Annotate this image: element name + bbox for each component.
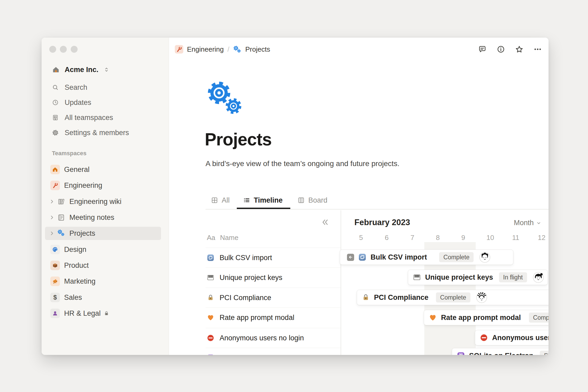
day-tick: 8 (430, 234, 446, 242)
main-content: Engineering / Projects Projects A bird’s… (169, 38, 549, 355)
gantt-bar-sqlite-on-electron[interactable]: SQLite on Electron Planned (452, 348, 549, 355)
gantt-bar-bulk-csv-import[interactable]: Bulk CSV import Complete (340, 250, 513, 265)
favorite-button[interactable] (514, 44, 524, 54)
piano-icon (413, 273, 421, 281)
tab-board[interactable]: Board (298, 195, 327, 206)
comments-button[interactable] (477, 44, 487, 54)
arrow-left-icon (348, 254, 354, 260)
sidebar-item-meeting-notes[interactable]: Meeting notes (45, 211, 161, 224)
app-window: Acme Inc. Search Updates All teamspaces … (42, 38, 549, 355)
breadcrumb-separator: / (228, 45, 229, 54)
workspace-switcher[interactable]: Acme Inc. (52, 64, 110, 75)
lock-icon (362, 293, 370, 301)
sidebar-item-engineering-wiki[interactable]: Engineering wiki (45, 195, 161, 208)
sidebar-item-all-teamspaces[interactable]: All teamspaces (52, 112, 113, 123)
ellipsis-icon (533, 45, 542, 54)
gantt-bar-unique-project-keys[interactable]: Unique project keys In flight (408, 270, 548, 285)
person-icon (50, 309, 60, 318)
chevron-right-icon[interactable] (49, 214, 55, 221)
gear-icon (52, 129, 59, 136)
sidebar-item-updates[interactable]: Updates (52, 97, 91, 108)
project-row-rate-app-prompt-modal[interactable]: Rate app prompt modal (206, 308, 341, 327)
table-view-icon (211, 197, 218, 204)
teamspace-label: Sales (64, 293, 82, 302)
timeline-view-icon (243, 197, 250, 204)
chevron-right-icon[interactable] (49, 198, 55, 205)
gantt-bar-pci-compliance[interactable]: PCI Compliance Complete (357, 290, 549, 305)
package-icon (50, 261, 60, 270)
project-row-anonymous-users[interactable]: Anonymous users no login (206, 328, 341, 348)
day-tick: 5 (353, 234, 369, 242)
project-row-unique-project-keys[interactable]: Unique project keys (206, 268, 341, 287)
gears-icon (233, 46, 242, 53)
info-icon (497, 45, 505, 54)
tab-timeline[interactable]: Timeline (243, 195, 283, 206)
sidebar-item-settings-members[interactable]: Settings & members (52, 127, 129, 138)
sidebar-item-engineering[interactable]: Engineering (45, 179, 161, 192)
workspace-name: Acme Inc. (65, 66, 99, 74)
gantt-bar-rate-app-prompt-modal[interactable]: Rate app prompt modal Complete (424, 310, 549, 325)
breadcrumb-projects[interactable]: Projects (245, 45, 270, 54)
name-column-border (341, 210, 341, 355)
teamspace-label: HR & Legal (64, 309, 109, 318)
timeline-zoom-dropdown[interactable]: Month (514, 219, 542, 227)
day-tick: 11 (508, 234, 524, 242)
page-description: A bird’s-eye view of the team’s ongoing … (206, 159, 399, 168)
sidebar-item-label: Search (65, 83, 87, 92)
sync-icon (207, 254, 214, 261)
day-tick: 6 (379, 234, 395, 242)
collapse-sidebar-icon[interactable] (320, 218, 329, 227)
name-column-header: Aa Name (207, 234, 238, 242)
palette-icon (50, 245, 60, 254)
comment-icon (478, 45, 487, 54)
traffic-light-zoom-button[interactable] (71, 46, 78, 53)
text-type-icon: Aa (207, 234, 215, 242)
teamspaces-section-label: Teamspaces (52, 150, 86, 157)
tab-all[interactable]: All (211, 195, 230, 206)
day-tick: 7 (404, 234, 420, 242)
status-badge: In flight (499, 272, 527, 282)
sidebar-item-projects[interactable]: Projects (45, 227, 161, 240)
search-icon (52, 84, 59, 91)
scroll-to-start-button[interactable] (347, 254, 354, 261)
avatar (479, 252, 490, 263)
project-row-pci-compliance[interactable]: PCI Compliance (206, 288, 341, 308)
lock-icon (104, 311, 109, 316)
sidebar-item-product[interactable]: Product (45, 259, 161, 272)
piano-icon (207, 274, 214, 281)
more-options-button[interactable] (533, 44, 543, 54)
gears-icon (57, 229, 65, 237)
teamspace-label: Engineering (64, 181, 102, 190)
chevron-up-down-icon (103, 66, 110, 73)
traffic-light-close-button[interactable] (49, 46, 56, 53)
megaphone-icon (50, 277, 60, 286)
notebook-icon (57, 213, 65, 221)
project-row-bulk-csv-import[interactable]: Bulk CSV import (206, 248, 341, 268)
chevron-right-icon[interactable] (49, 230, 55, 237)
sidebar-item-general[interactable]: General (45, 163, 161, 176)
status-badge: Complete (436, 292, 470, 302)
breadcrumb-engineering[interactable]: Engineering (187, 45, 224, 54)
sidebar-item-sales[interactable]: $ Sales (45, 291, 161, 304)
project-row-sqlite-on-electron[interactable]: SQLite on Electron (206, 348, 341, 355)
teamspace-label: Product (64, 261, 89, 270)
sidebar-item-design[interactable]: Design (45, 243, 161, 256)
avatar (476, 292, 487, 303)
breadcrumb: Engineering / Projects (175, 43, 270, 55)
sidebar-item-marketing[interactable]: Marketing (45, 275, 161, 288)
sidebar-item-search[interactable]: Search (52, 82, 87, 93)
no-entry-icon (480, 334, 488, 342)
info-button[interactable] (496, 44, 506, 54)
traffic-light-minimize-button[interactable] (60, 46, 67, 53)
status-badge: Planned (540, 351, 549, 355)
teamspace-label: Meeting notes (69, 213, 114, 222)
sidebar: Acme Inc. Search Updates All teamspaces … (42, 38, 169, 355)
page-icon-gears[interactable] (206, 81, 246, 117)
gantt-bar-anonymous-users[interactable]: Anonymous users no login (475, 330, 549, 345)
no-entry-icon (207, 334, 214, 342)
clock-icon (52, 99, 59, 106)
wrench-icon (50, 181, 60, 190)
heart-icon (207, 314, 214, 321)
timeline-month-label: February 2023 (354, 218, 410, 227)
sidebar-item-hr-legal[interactable]: HR & Legal (45, 307, 161, 320)
